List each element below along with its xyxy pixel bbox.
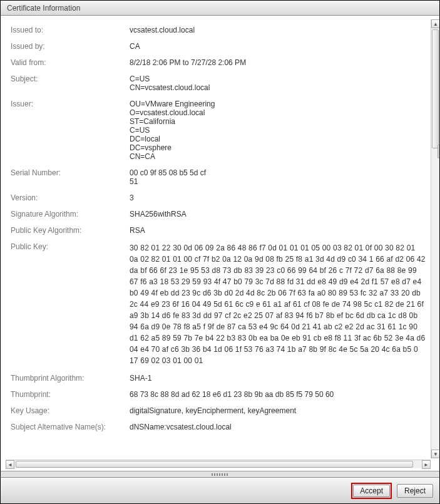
certificate-details: Issued to: vcsatest.cloud.local Issued b… xyxy=(6,19,431,458)
row-pk: Public Key: 30 82 01 22 30 0d 06 09 2a 8… xyxy=(6,239,431,370)
label-issuer: Issuer: xyxy=(11,100,130,108)
scroll-left-icon[interactable]: ◄ xyxy=(6,460,14,469)
label-thumb: Thumbprint: xyxy=(11,390,130,399)
accept-highlight: Accept xyxy=(351,483,392,499)
label-san: Subject Alternative Name(s): xyxy=(11,423,130,431)
value-pkalg: RSA xyxy=(130,226,426,235)
label-issued-by: Issued by: xyxy=(11,42,130,51)
value-sigalg: SHA256withRSA xyxy=(130,210,426,219)
row-keyusage: Key Usage: digitalSignature, keyEncipher… xyxy=(6,403,431,419)
label-subject: Subject: xyxy=(11,75,130,83)
label-version: Version: xyxy=(11,193,130,202)
label-pkalg: Public Key Algorithm: xyxy=(11,226,130,235)
certificate-info-dialog: Certificate Information Issued to: vcsat… xyxy=(0,0,440,504)
vertical-scrollbar[interactable]: ▲ ▼ xyxy=(431,19,439,458)
resize-separator[interactable] xyxy=(1,471,439,477)
reject-button[interactable]: Reject xyxy=(397,484,433,498)
value-san: dNSName:vcsatest.cloud.local xyxy=(130,423,426,431)
dialog-footer: Accept Reject xyxy=(1,477,439,503)
value-issued-by: CA xyxy=(130,42,426,51)
value-pk: 30 82 01 22 30 0d 06 09 2a 86 48 86 f7 0… xyxy=(130,242,426,366)
label-thumbalg: Thumbprint Algorithm: xyxy=(11,374,130,383)
value-serial: 00 c0 9f 85 08 b5 5d cf 51 xyxy=(130,168,426,186)
dialog-title: Certificate Information xyxy=(7,4,80,13)
row-thumb: Thumbprint: 68 73 8c 88 8d ad 62 18 e6 d… xyxy=(6,386,431,403)
label-sigalg: Signature Algorithm: xyxy=(11,210,130,219)
value-keyusage: digitalSignature, keyEncipherment, keyAg… xyxy=(130,406,426,415)
row-issued-to: Issued to: vcsatest.cloud.local xyxy=(6,22,431,38)
scroll-right-icon[interactable]: ► xyxy=(422,460,431,469)
value-version: 3 xyxy=(130,193,426,202)
value-valid-from: 8/2/18 2:06 PM to 7/27/28 2:06 PM xyxy=(130,58,426,67)
label-valid-from: Valid from: xyxy=(11,58,130,67)
horizontal-scroll-thumb[interactable] xyxy=(16,461,413,468)
value-issuer: OU=VMware Engineering O=vcsatest.cloud.l… xyxy=(130,100,426,161)
horizontal-scrollbar[interactable]: ◄ ► xyxy=(6,460,431,468)
value-thumbalg: SHA-1 xyxy=(130,374,426,383)
scroll-up-icon[interactable]: ▲ xyxy=(431,19,439,28)
row-issued-by: Issued by: CA xyxy=(6,38,431,54)
scroll-nub[interactable] xyxy=(437,145,439,158)
dialog-body: Issued to: vcsatest.cloud.local Issued b… xyxy=(1,16,439,471)
value-subject: C=US CN=vcsatest.cloud.local xyxy=(130,75,426,92)
vertical-scroll-thumb[interactable] xyxy=(432,29,439,148)
row-sigalg: Signature Algorithm: SHA256withRSA xyxy=(6,206,431,222)
row-thumbalg: Thumbprint Algorithm: SHA-1 xyxy=(6,370,431,386)
label-pk: Public Key: xyxy=(11,242,130,251)
row-valid-from: Valid from: 8/2/18 2:06 PM to 7/27/28 2:… xyxy=(6,54,431,71)
accept-button[interactable]: Accept xyxy=(353,485,390,497)
label-serial: Serial Number: xyxy=(11,168,130,177)
row-serial: Serial Number: 00 c0 9f 85 08 b5 5d cf 5… xyxy=(6,165,431,190)
scroll-down-icon[interactable]: ▼ xyxy=(431,450,439,458)
row-pkalg: Public Key Algorithm: RSA xyxy=(6,222,431,239)
label-keyusage: Key Usage: xyxy=(11,406,130,415)
value-thumb: 68 73 8c 88 8d ad 62 18 e6 d1 23 8b 9b a… xyxy=(130,390,426,399)
row-issuer: Issuer: OU=VMware Engineering O=vcsatest… xyxy=(6,96,431,165)
row-san: Subject Alternative Name(s): dNSName:vcs… xyxy=(6,419,431,435)
value-issued-to: vcsatest.cloud.local xyxy=(130,26,426,34)
dialog-titlebar[interactable]: Certificate Information xyxy=(1,1,439,16)
label-issued-to: Issued to: xyxy=(11,26,130,34)
grip-icon xyxy=(212,473,229,476)
row-subject: Subject: C=US CN=vcsatest.cloud.local xyxy=(6,71,431,96)
row-version: Version: 3 xyxy=(6,190,431,206)
